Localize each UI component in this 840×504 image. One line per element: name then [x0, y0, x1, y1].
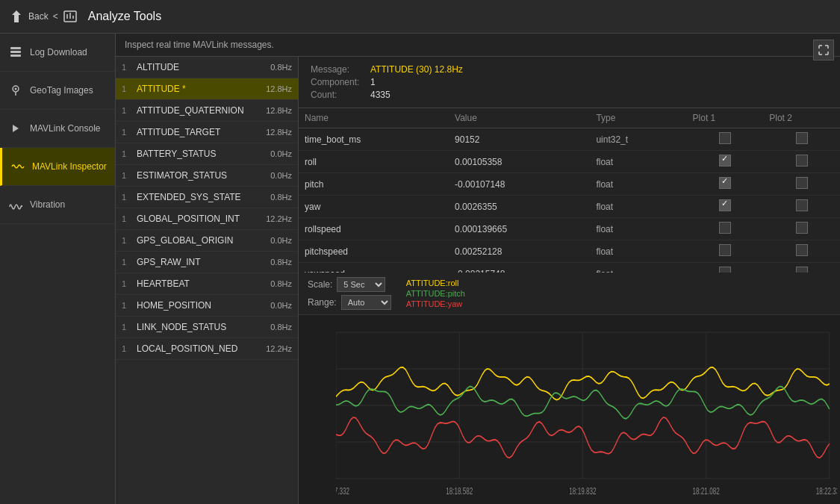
message-value: ATTITUDE (30) 12.8Hz [370, 64, 828, 75]
msg-num: 1 [122, 214, 131, 223]
sidebar-item-mavlink-console[interactable]: MAVLink Console [0, 110, 115, 148]
plot2-cell[interactable] [763, 218, 840, 240]
plot1-checkbox[interactable] [719, 267, 731, 273]
plot2-checkbox[interactable] [796, 177, 808, 189]
chart-wrapper: 0.00560.00360.0017-0.0002-0.002218:17.33… [299, 315, 840, 504]
header: Back < Analyze Tools [0, 0, 840, 34]
plot2-checkbox[interactable] [796, 155, 808, 167]
plot1-cell[interactable] [687, 218, 764, 240]
msg-name: ATTITUDE_QUATERNION [131, 105, 266, 116]
plot2-checkbox[interactable] [796, 199, 808, 211]
plot2-cell[interactable] [763, 173, 840, 196]
separator: < [53, 11, 58, 22]
message-list-item[interactable]: 1 LINK_NODE_STATUS 0.8Hz [116, 317, 298, 338]
msg-num: 1 [122, 193, 131, 202]
wave-icon [10, 158, 26, 175]
table-row: time_boot_ms90152uint32_t [299, 128, 840, 151]
plot1-cell[interactable] [687, 128, 764, 151]
sidebar-item-geotag-images[interactable]: GeoTag Images [0, 72, 115, 110]
chart-svg: 0.00560.00360.0017-0.0002-0.002218:17.33… [336, 321, 837, 501]
message-list-item[interactable]: 1 GPS_RAW_INT 0.8Hz [116, 252, 298, 273]
scale-select[interactable]: 1 Sec5 Sec10 Sec30 Sec [337, 277, 385, 292]
plot1-cell[interactable] [687, 196, 764, 218]
message-list-item[interactable]: 1 GPS_GLOBAL_ORIGIN 0.0Hz [116, 230, 298, 252]
vibration-icon [7, 196, 24, 213]
message-list-item[interactable]: 1 HOME_POSITION 0.0Hz [116, 295, 298, 317]
message-list-item[interactable]: 1 ATTITUDE * 12.8Hz [116, 78, 298, 100]
field-value: 0.0026355 [449, 196, 590, 218]
msg-num: 1 [122, 323, 131, 332]
msg-freq: 0.8Hz [270, 258, 292, 267]
msg-num: 1 [122, 171, 131, 180]
expand-button[interactable] [813, 40, 834, 60]
scale-control: Scale: 1 Sec5 Sec10 Sec30 Sec [308, 277, 391, 292]
message-list-item[interactable]: 1 GLOBAL_POSITION_INT 12.2Hz [116, 208, 298, 230]
chevron-right-icon [7, 120, 24, 137]
field-type: float [590, 263, 686, 273]
plot1-checkbox[interactable] [719, 199, 731, 211]
msg-num: 1 [122, 258, 131, 267]
msg-freq: 0.0Hz [270, 171, 292, 180]
range-select[interactable]: AutoManual [341, 295, 391, 310]
sidebar-item-label: MAVLink Inspector [32, 161, 107, 172]
drone-icon [9, 9, 24, 24]
message-label: Message: [311, 64, 370, 75]
message-list-item[interactable]: 1 HEARTBEAT 0.8Hz [116, 273, 298, 295]
field-name: rollspeed [299, 218, 449, 240]
field-name: roll [299, 151, 449, 173]
plot2-checkbox[interactable] [796, 267, 808, 273]
plot1-checkbox[interactable] [719, 132, 731, 144]
table-row: yawspeed-0.00215748float [299, 263, 840, 273]
plot2-checkbox[interactable] [796, 132, 808, 144]
msg-freq: 0.0Hz [270, 149, 292, 158]
msg-freq: 12.8Hz [266, 84, 292, 93]
field-type: float [590, 218, 686, 240]
plot2-cell[interactable] [763, 128, 840, 151]
message-list-item[interactable]: 1 EXTENDED_SYS_STATE 0.8Hz [116, 187, 298, 208]
plot2-checkbox[interactable] [796, 222, 808, 234]
msg-num: 1 [122, 236, 131, 245]
field-value: 0.000139665 [449, 218, 590, 240]
message-list-item[interactable]: 1 BATTERY_STATUS 0.0Hz [116, 143, 298, 165]
plot1-checkbox[interactable] [719, 155, 731, 167]
msg-freq: 12.8Hz [266, 106, 292, 115]
table-row: rollspeed0.000139665float [299, 218, 840, 240]
field-name: yaw [299, 196, 449, 218]
message-list-item[interactable]: 1 LOCAL_POSITION_NED 12.2Hz [116, 338, 298, 360]
plot1-cell[interactable] [687, 240, 764, 263]
plot1-checkbox[interactable] [719, 244, 731, 256]
fields-table: NameValueTypePlot 1Plot 2time_boot_ms901… [299, 108, 840, 273]
plot2-checkbox[interactable] [796, 244, 808, 256]
msg-name: ATTITUDE_TARGET [131, 127, 266, 137]
map-pin-icon [7, 82, 24, 99]
msg-name: HOME_POSITION [131, 300, 270, 311]
sidebar-item-mavlink-inspector[interactable]: MAVLink Inspector [0, 148, 115, 186]
plot1-cell[interactable] [687, 263, 764, 273]
plot2-cell[interactable] [763, 240, 840, 263]
plot2-cell[interactable] [763, 263, 840, 273]
sidebar-item-log-download[interactable]: Log Download [0, 34, 115, 72]
message-list-item[interactable]: 1 ATTITUDE_QUATERNION 12.8Hz [116, 100, 298, 122]
plot2-cell[interactable] [763, 196, 840, 218]
msg-name: GPS_GLOBAL_ORIGIN [131, 235, 270, 246]
legend-item: ATTITUDE:roll [406, 279, 465, 287]
message-list-item[interactable]: 1 ALTITUDE 0.8Hz [116, 57, 298, 78]
field-type: float [590, 173, 686, 196]
sidebar-item-vibration[interactable]: Vibration [0, 186, 115, 224]
message-list-item[interactable]: 1 ATTITUDE_TARGET 12.8Hz [116, 122, 298, 143]
plot1-cell[interactable] [687, 151, 764, 173]
plot1-cell[interactable] [687, 173, 764, 196]
plot2-cell[interactable] [763, 151, 840, 173]
table-header: Plot 1 [687, 108, 764, 128]
back-button[interactable]: Back < Analyze Tools [9, 9, 161, 24]
svg-text:18:21.082: 18:21.082 [693, 486, 720, 496]
table-row: pitch-0.00107148float [299, 173, 840, 196]
plot1-checkbox[interactable] [719, 222, 731, 234]
field-value: -0.00107148 [449, 173, 590, 196]
plot1-checkbox[interactable] [719, 177, 731, 189]
table-row: roll0.00105358float [299, 151, 840, 173]
sidebar: Log Download GeoTag Images MAVLink Conso… [0, 34, 116, 504]
msg-name: GLOBAL_POSITION_INT [131, 214, 266, 224]
message-list-item[interactable]: 1 ESTIMATOR_STATUS 0.0Hz [116, 165, 298, 187]
msg-name: LOCAL_POSITION_NED [131, 343, 266, 354]
